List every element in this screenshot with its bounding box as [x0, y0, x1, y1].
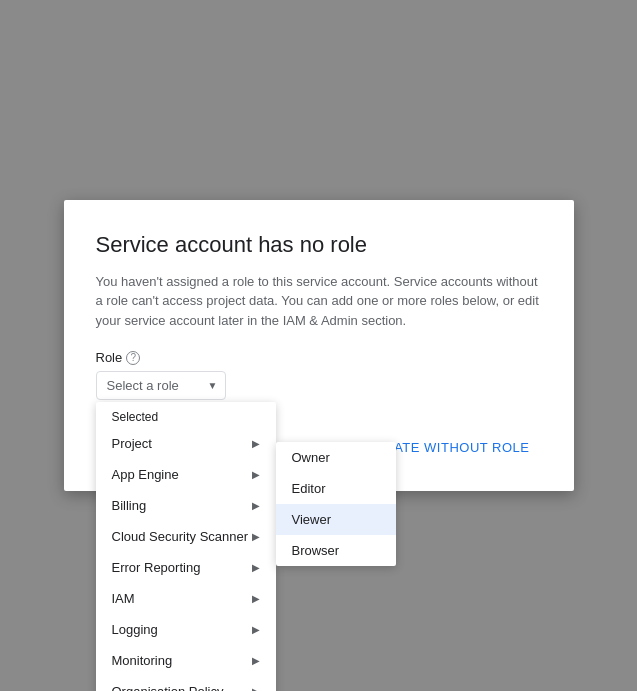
role-dropdown-menu: Selected Project App Engine Billing Clou…	[96, 402, 276, 691]
dialog-body: You haven't assigned a role to this serv…	[96, 272, 542, 331]
dropdown-section-header: Selected	[96, 402, 276, 428]
role-select-wrapper: Select a role ▼ Selected Project App Eng…	[96, 371, 226, 400]
submenu-item-owner[interactable]: Owner	[276, 442, 396, 473]
submenu-item-browser[interactable]: Browser	[276, 535, 396, 566]
dropdown-item-iam[interactable]: IAM	[96, 583, 276, 614]
role-section: Role ? Select a role ▼ Selected Project …	[96, 350, 542, 463]
dropdown-item-billing[interactable]: Billing	[96, 490, 276, 521]
submenu-item-viewer[interactable]: Viewer	[276, 504, 396, 535]
dropdown-item-project[interactable]: Project	[96, 428, 276, 459]
role-help-icon[interactable]: ?	[126, 351, 140, 365]
dropdown-item-orgpolicy[interactable]: Organisation Policy	[96, 676, 276, 691]
chevron-down-icon: ▼	[208, 380, 218, 391]
dialog: Service account has no role You haven't …	[64, 200, 574, 492]
role-label: Role ?	[96, 350, 542, 365]
dropdown-item-appengine[interactable]: App Engine	[96, 459, 276, 490]
submenu-item-editor[interactable]: Editor	[276, 473, 396, 504]
dropdown-item-monitoring[interactable]: Monitoring	[96, 645, 276, 676]
dialog-title: Service account has no role	[96, 232, 542, 258]
project-submenu: Owner Editor Viewer Browser	[276, 442, 396, 566]
role-select-button[interactable]: Select a role ▼	[96, 371, 226, 400]
dropdown-item-cloudscanner[interactable]: Cloud Security Scanner	[96, 521, 276, 552]
dropdown-item-errorreporting[interactable]: Error Reporting	[96, 552, 276, 583]
dropdown-item-logging[interactable]: Logging	[96, 614, 276, 645]
